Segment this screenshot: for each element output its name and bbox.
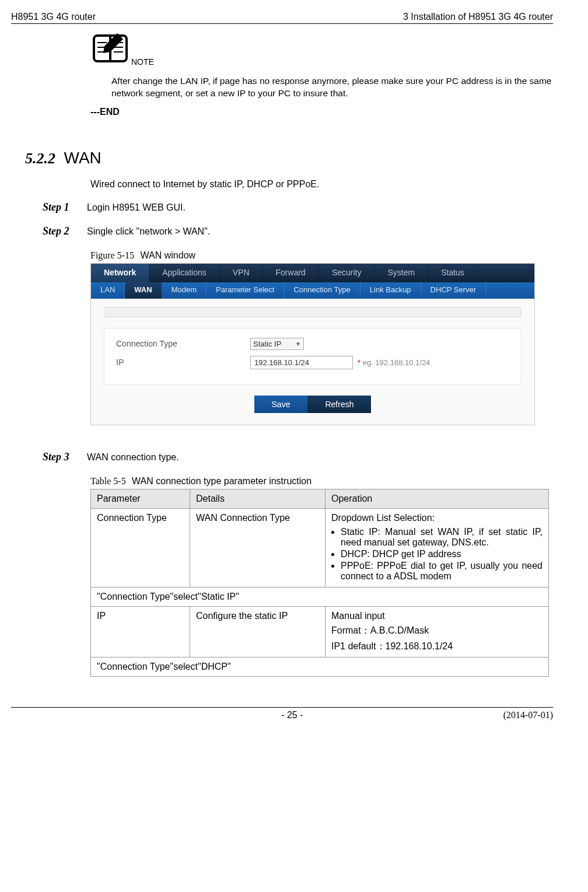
footer-date: (2014-07-01): [503, 710, 553, 720]
table-row: IP Configure the static IP Manual input …: [91, 606, 549, 657]
cell-details-connection-type: WAN Connection Type: [190, 508, 326, 587]
cell-full-dhcp: "Connection Type"select"DHCP": [91, 657, 549, 676]
th-details: Details: [190, 489, 326, 508]
param-table: Parameter Details Operation Connection T…: [90, 489, 549, 677]
step-1-row: Step 1 Login H8951 WEB GUI.: [11, 201, 553, 214]
table-title: WAN connection type parameter instructio…: [132, 476, 312, 486]
figure-number: Figure 5-15: [90, 250, 134, 260]
top-tabs: Network Applications VPN Forward Securit…: [91, 264, 534, 282]
th-parameter: Parameter: [91, 489, 190, 508]
form-row-connection-type: Connection Type Static IP ▼: [116, 338, 509, 350]
step-3-label: Step 3: [43, 451, 87, 463]
step-3-text: WAN connection type.: [87, 452, 179, 463]
step-1-text: Login H8951 WEB GUI.: [87, 202, 186, 213]
subtab-parameter-select[interactable]: Parameter Select: [206, 282, 284, 299]
list-item: PPPoE: PPPoE dial to get IP, usually you…: [341, 561, 542, 582]
page-footer: - 25 - (2014-07-01): [11, 707, 553, 720]
refresh-button[interactable]: Refresh: [307, 396, 371, 413]
table-header-row: Parameter Details Operation: [91, 489, 549, 508]
cell-param-connection-type: Connection Type: [91, 508, 190, 587]
select-value: Static IP: [253, 340, 281, 348]
step-3-row: Step 3 WAN connection type.: [11, 451, 553, 463]
table-row: Connection Type WAN Connection Type Drop…: [91, 508, 549, 587]
subtab-dhcp-server[interactable]: DHCP Server: [421, 282, 487, 299]
cell-operation-ip: Manual input Format：A.B.C.D/Mask IP1 def…: [326, 606, 549, 657]
cell-full-static-ip: "Connection Type"select"Static IP": [91, 587, 549, 606]
breadcrumb-bar: [104, 307, 522, 317]
tab-forward[interactable]: Forward: [263, 264, 319, 282]
figure-caption: Figure 5-15 WAN window: [90, 250, 553, 261]
form-panel: Connection Type Static IP ▼ IP 192.168.1…: [104, 328, 522, 385]
subtab-connection-type[interactable]: Connection Type: [284, 282, 360, 299]
op-line: Manual input: [331, 611, 542, 621]
intro-para: Wired connect to Internet by static IP, …: [90, 179, 553, 190]
table-row: "Connection Type"select"DHCP": [91, 657, 549, 676]
sub-tabs: LAN WAN Modem Parameter Select Connectio…: [91, 282, 534, 299]
op-line: IP1 default：192.168.10.1/24: [331, 641, 542, 653]
section-label: WAN: [64, 149, 102, 167]
select-connection-type[interactable]: Static IP ▼: [250, 338, 304, 350]
step-2-row: Step 2 Single click "network > WAN".: [11, 225, 553, 237]
subtab-lan[interactable]: LAN: [91, 282, 125, 299]
section-number: 5.2.2: [25, 150, 55, 167]
hint-text: eg. 192.168.10.1/24: [363, 358, 430, 367]
th-operation: Operation: [326, 489, 549, 508]
chevron-down-icon: ▼: [295, 341, 301, 347]
table-row: "Connection Type"select"Static IP": [91, 587, 549, 606]
op-lead: Dropdown List Selection:: [331, 513, 542, 523]
tab-system[interactable]: System: [374, 264, 428, 282]
cell-param-ip: IP: [91, 606, 190, 657]
op-list: Static IP: Manual set WAN IP, if set sta…: [331, 527, 542, 582]
note-icon: NOTE: [93, 32, 553, 72]
list-item: DHCP: DHCP get IP address: [341, 549, 542, 559]
tab-applications[interactable]: Applications: [149, 264, 220, 282]
label-connection-type: Connection Type: [116, 339, 250, 348]
note-text: After change the LAN IP, if page has no …: [111, 75, 553, 100]
svg-text:NOTE: NOTE: [131, 57, 154, 67]
subtab-modem[interactable]: Modem: [162, 282, 206, 299]
input-ip[interactable]: 192.168.10.1/24: [250, 356, 353, 369]
required-star-icon: *: [358, 358, 360, 367]
tab-security[interactable]: Security: [319, 264, 375, 282]
form-row-ip: IP 192.168.10.1/24 * eg. 192.168.10.1/24: [116, 356, 509, 369]
header-left: H8951 3G 4G router: [11, 12, 96, 22]
page-header: H8951 3G 4G router 3 Installation of H89…: [11, 12, 553, 24]
end-marker: ---END: [90, 107, 553, 117]
op-line: Format：A.B.C.D/Mask: [331, 625, 542, 637]
button-row: Save Refresh: [104, 396, 522, 413]
subtab-wan[interactable]: WAN: [125, 282, 162, 299]
table-caption: Table 5-5 WAN connection type parameter …: [90, 476, 553, 487]
cell-operation-connection-type: Dropdown List Selection: Static IP: Manu…: [326, 508, 549, 587]
tab-vpn[interactable]: VPN: [220, 264, 263, 282]
step-1-label: Step 1: [43, 201, 87, 214]
footer-page-number: - 25 -: [81, 710, 503, 720]
tab-status[interactable]: Status: [428, 264, 478, 282]
wan-screenshot: Network Applications VPN Forward Securit…: [90, 263, 535, 425]
screenshot-body: Connection Type Static IP ▼ IP 192.168.1…: [91, 299, 534, 425]
step-2-label: Step 2: [43, 225, 87, 237]
label-ip: IP: [116, 358, 250, 367]
subtab-link-backup[interactable]: Link Backup: [360, 282, 421, 299]
tab-network[interactable]: Network: [91, 264, 149, 282]
ip-hint: * eg. 192.168.10.1/24: [358, 358, 430, 367]
cell-details-ip: Configure the static IP: [190, 606, 326, 657]
figure-title: WAN window: [141, 250, 196, 260]
header-right: 3 Installation of H8951 3G 4G router: [403, 12, 553, 22]
section-heading: 5.2.2 WAN: [25, 149, 553, 167]
table-number: Table 5-5: [90, 476, 126, 486]
save-button[interactable]: Save: [254, 396, 308, 413]
list-item: Static IP: Manual set WAN IP, if set sta…: [341, 527, 542, 548]
step-2-text: Single click "network > WAN".: [87, 226, 210, 237]
